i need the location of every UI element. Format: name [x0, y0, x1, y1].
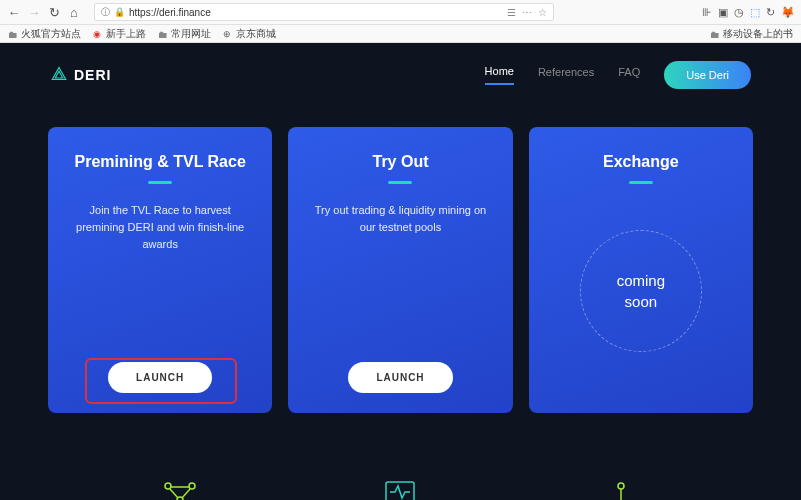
card-title: Exchange [603, 153, 679, 171]
back-button[interactable]: ← [6, 4, 22, 20]
browser-toolbar: ← → ↻ ⌂ ⓘ 🔒 https://deri.finance ☰ ⋯ ☆ ⊪… [0, 0, 801, 25]
url-text: https://deri.finance [129, 7, 503, 18]
sync-icon[interactable]: ◷ [734, 6, 744, 19]
network-icon [160, 476, 200, 500]
ext-icon-2[interactable]: ↻ [766, 6, 775, 19]
reload-button[interactable]: ↻ [46, 4, 62, 20]
bookmark-label: 常用网址 [171, 27, 211, 41]
card-tryout: Try Out Try out trading & liquidity mini… [288, 127, 512, 413]
home-button[interactable]: ⌂ [66, 4, 82, 20]
accent-bar [148, 181, 172, 184]
ext-icon-1[interactable]: ⬚ [750, 6, 760, 19]
launch-button-premining[interactable]: LAUNCH [108, 362, 212, 393]
svg-point-4 [618, 483, 624, 489]
logo-icon [50, 66, 68, 84]
url-container: ⓘ 🔒 https://deri.finance ☰ ⋯ ☆ [94, 3, 690, 21]
bookmark-newbie[interactable]: ◉新手上路 [93, 27, 146, 41]
bookmark-firefox[interactable]: 🖿火狐官方站点 [8, 27, 81, 41]
coming-line-2: soon [625, 291, 658, 312]
sidebar-icon[interactable]: ▣ [718, 6, 728, 19]
feature-icons-row [0, 476, 801, 500]
svg-point-1 [189, 483, 195, 489]
card-title: Premining & TVL Race [75, 153, 246, 171]
bookmark-mobile[interactable]: 🖿移动设备上的书 [710, 27, 793, 41]
coming-line-1: coming [617, 270, 665, 291]
page-content: DERI Home References FAQ Use Deri Premin… [0, 43, 801, 500]
bookmark-label: 火狐官方站点 [21, 27, 81, 41]
info-icon: ⓘ [101, 6, 110, 19]
address-bar[interactable]: ⓘ 🔒 https://deri.finance ☰ ⋯ ☆ [94, 3, 554, 21]
more-icon[interactable]: ⋯ [522, 7, 532, 18]
card-exchange: Exchange coming soon [529, 127, 753, 413]
launch-button-tryout[interactable]: LAUNCH [348, 362, 452, 393]
lock-icon: 🔒 [114, 7, 125, 17]
node-icon [601, 476, 641, 500]
toolbar-right: ⊪ ▣ ◷ ⬚ ↻ 🦊 [702, 6, 795, 19]
bookmark-bar: 🖿火狐官方站点 ◉新手上路 🖿常用网址 ⊕京东商城 🖿移动设备上的书 [0, 25, 801, 43]
card-premining: Premining & TVL Race Join the TVL Race t… [48, 127, 272, 413]
ext-icon-fox[interactable]: 🦊 [781, 6, 795, 19]
card-description: Join the TVL Race to harvest premining D… [66, 202, 254, 253]
star-icon[interactable]: ☆ [538, 7, 547, 18]
accent-bar [388, 181, 412, 184]
reader-icon[interactable]: ☰ [507, 7, 516, 18]
main-nav: Home References FAQ Use Deri [485, 61, 751, 89]
nav-faq[interactable]: FAQ [618, 66, 640, 84]
cards-row: Premining & TVL Race Join the TVL Race t… [0, 95, 801, 413]
card-title: Try Out [372, 153, 428, 171]
bookmark-label: 新手上路 [106, 27, 146, 41]
card-description: Try out trading & liquidity mining on ou… [306, 202, 494, 236]
accent-bar [629, 181, 653, 184]
forward-button: → [26, 4, 42, 20]
nav-home[interactable]: Home [485, 65, 514, 85]
svg-point-0 [165, 483, 171, 489]
site-header: DERI Home References FAQ Use Deri [0, 55, 801, 95]
nav-references[interactable]: References [538, 66, 594, 84]
url-actions: ☰ ⋯ ☆ [507, 7, 547, 18]
use-deri-button[interactable]: Use Deri [664, 61, 751, 89]
logo-text: DERI [74, 67, 111, 83]
bookmark-common[interactable]: 🖿常用网址 [158, 27, 211, 41]
bookmark-label: 移动设备上的书 [723, 27, 793, 41]
bookmark-label: 京东商城 [236, 27, 276, 41]
coming-soon-circle: coming soon [580, 230, 702, 352]
bookmark-jd[interactable]: ⊕京东商城 [223, 27, 276, 41]
logo[interactable]: DERI [50, 66, 111, 84]
pulse-icon [380, 476, 420, 500]
library-icon[interactable]: ⊪ [702, 6, 712, 19]
